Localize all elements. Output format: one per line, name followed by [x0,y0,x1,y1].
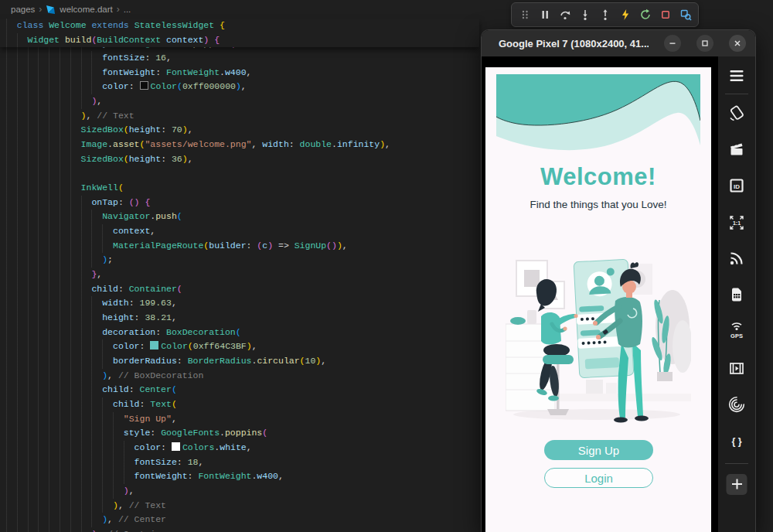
code-line[interactable]: ), // Text [0,499,479,513]
code-line[interactable] [0,166,479,181]
svg-text:1:1: 1:1 [733,220,741,226]
dev-braces-icon[interactable]: { } [727,431,746,450]
code-line[interactable]: ), [0,94,479,109]
step-out-icon[interactable] [596,5,614,24]
code-line[interactable]: ), // BoxDecoration [0,369,479,384]
breadcrumb-item[interactable]: welcome.dart [60,5,112,14]
code-line[interactable]: fontWeight: FontWeight.w400, [0,66,479,80]
wave-header-graphic [496,74,700,159]
code-line[interactable]: class Welcome extends StatelessWidget { [0,19,479,33]
code-line[interactable]: context, [0,224,479,239]
breadcrumb-item[interactable]: ... [124,5,131,14]
code-line[interactable]: ), // Text [0,109,479,124]
color-swatch[interactable] [150,341,158,350]
login-button[interactable]: Login [544,468,653,488]
color-swatch[interactable] [172,442,180,451]
welcome-illustration [506,250,691,424]
pause-icon[interactable] [536,5,553,24]
code-line[interactable]: child: Text( [0,397,479,412]
emulator-window: Google Pixel 7 (1080x2400, 41... Welcome… [481,29,756,532]
code-area[interactable]: style: GoogleFonts.poppins(fontSize: 16,… [0,37,479,532]
code-line[interactable]: Navigator.push( [0,210,479,224]
code-line[interactable]: InkWell( [0,181,479,196]
code-line[interactable]: SizedBox(height: 36), [0,152,479,167]
sim-card-icon[interactable] [727,285,746,304]
rotate-icon[interactable] [727,104,746,122]
code-line[interactable]: MaterialPageRoute(builder: (c) => SignUp… [0,239,479,254]
breadcrumb-item[interactable]: pages [11,5,35,14]
code-line[interactable]: borderRadius: BorderRadius.circular(10), [0,354,479,369]
code-line[interactable]: color: Color(0xff000000), [0,80,479,94]
code-line[interactable]: child: Container( [0,282,479,297]
add-icon[interactable] [727,474,747,495]
code-line[interactable]: ); [0,253,479,268]
phone-frame: Welcome! Find the things that you Love! [482,56,718,532]
color-swatch[interactable] [140,81,148,90]
menu-icon[interactable] [727,66,746,85]
signal-icon[interactable] [727,249,746,268]
app-subtitle: Find the things that you Love! [485,199,711,210]
breadcrumb-separator-icon: › [39,4,42,15]
svg-text:GPS: GPS [730,332,743,339]
clapperboard-icon[interactable] [727,140,746,159]
code-line[interactable]: Image.asset("assets/welcome.png", width:… [0,138,479,152]
step-over-icon[interactable] [556,5,574,24]
gps-icon[interactable]: GPS [727,322,746,340]
code-line[interactable]: }, [0,268,479,282]
code-line[interactable]: decoration: BoxDecoration( [0,326,479,340]
device-id-icon[interactable]: ID [727,176,746,195]
svg-text:{ }: { } [731,436,741,447]
screen-record-icon[interactable] [727,359,746,377]
emulator-title: Google Pixel 7 (1080x2400, 41... [499,38,649,49]
code-line[interactable]: ), [0,484,479,499]
code-line[interactable]: height: 38.21, [0,311,479,326]
emulator-titlebar[interactable]: Google Pixel 7 (1080x2400, 41... [482,30,755,56]
code-line[interactable]: color: Colors.white, [0,441,479,455]
code-line[interactable]: "Sign Up", [0,412,479,427]
minimize-button[interactable] [664,35,681,52]
restart-icon[interactable] [636,5,654,24]
fingerprint-icon[interactable] [727,395,746,414]
phone-screen: Welcome! Find the things that you Love! [485,67,711,532]
maximize-button[interactable] [696,35,713,52]
one-to-one-icon[interactable]: 1:1 [727,213,746,232]
dart-file-icon [46,5,56,15]
code-line[interactable]: child: Center( [0,383,479,397]
step-into-icon[interactable] [576,5,594,24]
sidebar-divider [725,94,748,94]
breadcrumb-separator-icon: › [117,4,120,15]
sticky-scroll: class Welcome extends StatelessWidget {W… [0,19,479,47]
code-line[interactable]: color: Color(0xff64C3BF), [0,339,479,354]
code-line[interactable]: ), // Container [0,527,479,532]
code-line[interactable]: onTap: () { [0,196,479,210]
code-line[interactable]: width: 199.63, [0,296,479,311]
code-line[interactable]: ), // Center [0,513,479,527]
code-line[interactable]: fontSize: 18, [0,455,479,470]
code-line[interactable]: style: GoogleFonts.poppins( [0,426,479,441]
code-line[interactable]: fontSize: 16, [0,51,479,66]
code-line[interactable]: Widget build(BuildContext context) { [0,33,479,48]
emulator-body: Welcome! Find the things that you Love! [482,56,755,532]
signup-button[interactable]: Sign Up [544,440,653,460]
inspect-icon[interactable] [676,5,694,24]
code-line[interactable]: SizedBox(height: 70), [0,123,479,138]
sidebar-divider [725,463,748,464]
code-line[interactable]: fontWeight: FontWeight.w400, [0,469,479,484]
close-button[interactable] [729,35,746,52]
app-title: Welcome! [485,163,711,191]
svg-text:ID: ID [734,183,740,190]
grip-icon [516,5,533,24]
hot-reload-icon[interactable] [616,5,634,24]
stop-icon[interactable] [656,5,674,24]
debug-toolbar [511,2,699,27]
emulator-sidebar: ID1:1GPS{ } [718,56,755,532]
